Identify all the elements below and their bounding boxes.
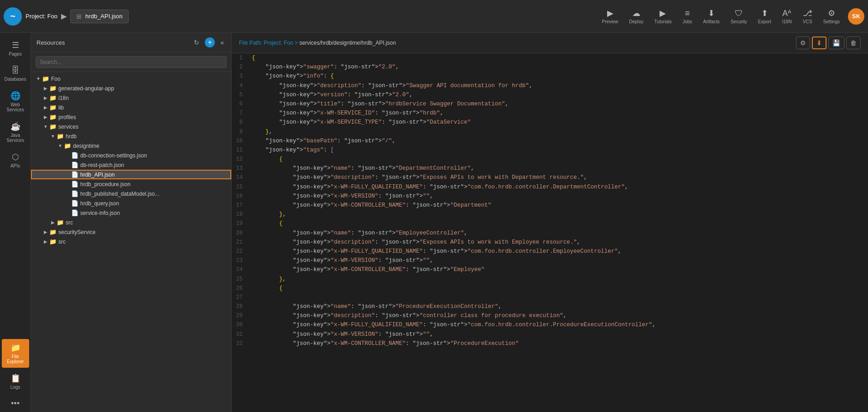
- code-line: 31 "json-key">"x-WM-VERSION": "json-str"…: [232, 330, 868, 339]
- line-content: "json-key">"x-WM-VERSION": "json-str">""…: [250, 256, 868, 265]
- tree-item-label: lib: [58, 104, 64, 111]
- line-content: "json-key">"description": "json-str">"co…: [250, 311, 868, 320]
- line-content: "json-key">"title": "json-str">"hrdbServ…: [250, 99, 868, 109]
- line-number: 14: [232, 173, 250, 182]
- sidebar-item-web-services[interactable]: 🌐 Web Services: [2, 87, 29, 116]
- line-content: "json-key">"swagger": "json-str">"2.0",: [250, 63, 868, 72]
- security-button[interactable]: 🛡 Security: [726, 7, 752, 26]
- tree-item-lib[interactable]: ▶📁lib: [31, 103, 231, 112]
- export-button[interactable]: ⬆ Export: [754, 6, 776, 26]
- add-resource-button[interactable]: +: [205, 37, 215, 47]
- tree-item-label: securityService: [58, 229, 95, 235]
- collapse-panel-button[interactable]: «: [218, 38, 226, 47]
- line-content: "json-key">"x-WM-FULLY_QUALIFIED_NAME": …: [250, 247, 868, 256]
- preview-button[interactable]: ▶ Preview: [598, 6, 623, 26]
- tree-item-securityService[interactable]: ▶📁securityService: [31, 227, 231, 237]
- sidebar-item-databases[interactable]: 🗄 Databases: [2, 62, 29, 85]
- line-content: "json-key">"tags": [: [250, 146, 868, 155]
- line-number: 7: [232, 109, 250, 118]
- folder-arrow: ▶: [42, 105, 49, 110]
- tree-item-generated-angular-app[interactable]: ▶📁generated-angular-app: [31, 83, 231, 93]
- tree-item-hrdb[interactable]: ▼📁hrdb: [31, 131, 231, 141]
- line-number: 16: [232, 192, 250, 201]
- file-icon: 📄: [71, 181, 78, 188]
- code-line: 12 {: [232, 155, 868, 164]
- jobs-button[interactable]: ≡ Jobs: [678, 7, 696, 26]
- logs-icon: 📋: [10, 373, 21, 383]
- delete-button[interactable]: 🗑: [846, 37, 861, 49]
- line-content: "json-key">"x-WM-SERVICE_ID": "json-str"…: [250, 109, 868, 118]
- sidebar-item-logs[interactable]: 📋 Logs: [2, 370, 29, 393]
- folder-arrow: ▶: [42, 86, 49, 91]
- app-logo[interactable]: ~: [4, 7, 22, 26]
- sidebar-item-pages[interactable]: ☰ Pages: [2, 37, 29, 60]
- tree-item-label: i18n: [58, 95, 69, 101]
- sidebar-item-more[interactable]: •••: [2, 395, 29, 412]
- tree-item-service-info[interactable]: 📄service-info.json: [31, 208, 231, 218]
- i18n-button[interactable]: Aᴬ I18N: [778, 6, 796, 26]
- code-line: 17 "json-key">"x-WM-CONTROLLER_NAME": "j…: [232, 201, 868, 210]
- settings-button[interactable]: ⚙ Settings: [819, 6, 844, 26]
- databases-label: Databases: [5, 77, 26, 82]
- logs-label: Logs: [10, 385, 21, 390]
- code-line: 5 "json-key">"version": "json-str">"2.0"…: [232, 90, 868, 99]
- code-line: 8 "json-key">"x-WM-SERVICE_TYPE": "json-…: [232, 118, 868, 127]
- line-content: "json-key">"x-WM-VERSION": "json-str">""…: [250, 330, 868, 339]
- line-content: "json-key">"basePath": "json-str">"/",: [250, 136, 868, 146]
- download-button[interactable]: ⬇: [812, 37, 826, 49]
- artifacts-button[interactable]: ⬇ Artifacts: [699, 6, 724, 26]
- active-tab[interactable]: ⊞ hrdb_API.json: [70, 10, 129, 23]
- deploy-label: Deploy: [629, 19, 643, 24]
- code-line: 27: [232, 293, 868, 302]
- editor-header-actions: ⚙ ⬇ 💾 🗑: [796, 37, 861, 49]
- apis-icon: ⬡: [12, 152, 19, 162]
- line-content: },: [250, 275, 868, 284]
- line-content: "json-key">"x-WM-FULLY_QUALIFIED_NAME": …: [250, 183, 868, 192]
- tree-item-hrdb_procedure[interactable]: 📄hrdb_procedure.json: [31, 179, 231, 189]
- tree-item-foo[interactable]: ▼📁Foo: [31, 74, 231, 83]
- tree-item-i18n[interactable]: ▶📁i18n: [31, 93, 231, 103]
- code-editor[interactable]: 1{2 "json-key">"swagger": "json-str">"2.…: [232, 53, 868, 412]
- sidebar-item-java-services[interactable]: ☕ Java Services: [2, 118, 29, 146]
- code-line: 4 "json-key">"description": "json-str">"…: [232, 81, 868, 90]
- code-line: 23 "json-key">"x-WM-VERSION": "json-str"…: [232, 256, 868, 265]
- tree-item-src-root[interactable]: ▶📁src: [31, 237, 231, 246]
- line-content: {: [250, 155, 868, 164]
- line-number: 4: [232, 81, 250, 90]
- tree-item-label: Foo: [51, 76, 61, 82]
- tree-item-db-rest-patch[interactable]: 📄db-rest-patch.json: [31, 160, 231, 170]
- tree-item-hrdb_API[interactable]: 📄hrdb_API.json: [31, 170, 231, 179]
- file-icon: 📄: [71, 171, 78, 178]
- settings-file-button[interactable]: ⚙: [796, 37, 810, 49]
- line-content: "json-key">"description": "json-str">"Ex…: [250, 238, 868, 247]
- user-avatar[interactable]: SK: [848, 8, 864, 25]
- line-number: 20: [232, 229, 250, 238]
- code-line: 14 "json-key">"description": "json-str">…: [232, 173, 868, 182]
- tree-item-designtime[interactable]: ▼📁designtime: [31, 141, 231, 151]
- tree-item-services[interactable]: ▼📁services: [31, 122, 231, 131]
- deploy-button[interactable]: ☁ Deploy: [624, 6, 648, 26]
- tutorials-button[interactable]: ▶ Tutorials: [650, 6, 676, 26]
- refresh-button[interactable]: ↻: [192, 38, 201, 47]
- tree-item-hrdb_query[interactable]: 📄hrdb_query.json: [31, 198, 231, 208]
- save-button[interactable]: 💾: [828, 37, 844, 49]
- tree-item-label: hrdb_published_dataModel.jso...: [80, 191, 159, 197]
- code-line: 10 "json-key">"basePath": "json-str">"/"…: [232, 136, 868, 146]
- vcs-button[interactable]: ⎇ VCS: [798, 6, 817, 26]
- tree-item-label: service-info.json: [80, 210, 120, 216]
- line-number: 28: [232, 302, 250, 311]
- tree-item-db-connection-settings[interactable]: 📄db-connection-settings.json: [31, 151, 231, 160]
- line-content: "json-key">"x-WM-VERSION": "json-str">""…: [250, 192, 868, 201]
- code-line: 26 {: [232, 284, 868, 293]
- search-input[interactable]: [36, 56, 227, 68]
- sidebar-item-file-explorer[interactable]: 📁 File Explorer: [2, 339, 29, 368]
- tree-item-src-hrdb[interactable]: ▶📁src: [31, 218, 231, 227]
- tree-item-hrdb_published_dataModel[interactable]: 📄hrdb_published_dataModel.jso...: [31, 189, 231, 198]
- tree-item-profiles[interactable]: ▶📁profiles: [31, 112, 231, 122]
- line-content: "json-key">"name": "json-str">"Procedure…: [250, 302, 868, 311]
- tree-item-label: hrdb_procedure.json: [80, 181, 130, 188]
- export-icon: ⬆: [761, 8, 768, 18]
- line-number: 6: [232, 99, 250, 109]
- sidebar-item-apis[interactable]: ⬡ APIs: [2, 148, 29, 172]
- code-line: 3 "json-key">"info": {: [232, 72, 868, 81]
